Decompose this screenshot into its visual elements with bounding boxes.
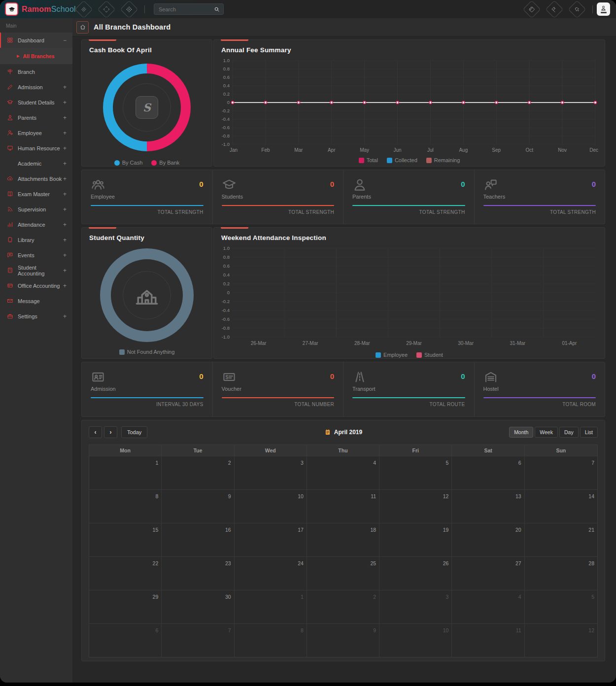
calendar-view-list-button[interactable]: List (580, 427, 598, 438)
sidebar-item-library[interactable]: Library+ (0, 232, 72, 247)
calendar-day-cell[interactable]: 12 (379, 489, 452, 523)
sidebar-item-events[interactable]: Events+ (0, 247, 72, 263)
calendar-day-cell[interactable]: 5 (525, 590, 597, 623)
calendar-day-cell[interactable]: 20 (452, 523, 524, 556)
stat-underline (222, 397, 335, 398)
calendar-day-cell[interactable]: 27 (452, 556, 524, 590)
calendar-day-cell[interactable]: 2 (307, 590, 379, 623)
stat-label: Transport (352, 386, 465, 392)
calendar-day-cell[interactable]: 7 (162, 623, 234, 657)
sidebar-item-label: Student Details (18, 100, 55, 105)
students-icon (222, 177, 237, 192)
expand-indicator: + (63, 161, 67, 167)
calendar-day-cell[interactable]: 1 (235, 590, 307, 623)
search-input[interactable] (158, 6, 214, 13)
calendar-day-cell[interactable]: 6 (89, 623, 162, 657)
sidebar-item-student-accounting[interactable]: Student Accounting+ (0, 263, 72, 278)
calendar-today-button[interactable]: Today (121, 426, 147, 438)
legend-item-not-found-anything[interactable]: Not Found Anything (119, 349, 175, 355)
calendar-date: 10 (443, 627, 449, 633)
sidebar-item-branch[interactable]: Branch (0, 64, 72, 79)
calendar-day-cell[interactable]: 10 (235, 489, 307, 523)
flag-button[interactable] (546, 0, 564, 18)
calendar-day-cell[interactable]: 12 (525, 623, 597, 657)
bell-button[interactable] (568, 0, 586, 18)
legend-item-total[interactable]: Total (359, 157, 378, 163)
sidebar-subitem-all-branches[interactable]: ▶All Branches (0, 48, 72, 64)
sidebar-item-settings[interactable]: Settings+ (0, 309, 72, 324)
legend-item-collected[interactable]: Collected (387, 157, 417, 163)
calendar-day-cell[interactable]: 23 (162, 556, 234, 590)
calendar-body: 1234567891011121314151617181920212223242… (89, 456, 597, 657)
sidebar-item-message[interactable]: Message (0, 293, 72, 309)
calendar-day-cell[interactable]: 7 (525, 456, 597, 489)
calendar-day-cell[interactable]: 14 (525, 489, 597, 523)
legend-item-remaining[interactable]: Remaining (426, 157, 460, 163)
sidebar-item-admission[interactable]: Admission+ (0, 79, 72, 95)
calendar-day-cell[interactable]: 3 (235, 456, 307, 489)
calendar-day-cell[interactable]: 4 (452, 590, 524, 623)
calendar-day-cell[interactable]: 16 (162, 523, 234, 556)
calendar-day-cell[interactable]: 5 (379, 456, 452, 489)
user-avatar[interactable] (597, 2, 610, 16)
legend-item-by-bank[interactable]: By Bank (151, 160, 179, 166)
calendar-day-cell[interactable]: 8 (89, 489, 162, 523)
calendar-view-week-button[interactable]: Week (535, 427, 558, 438)
library-icon (7, 237, 13, 243)
legend-item-student[interactable]: Student (416, 352, 443, 358)
sidebar-item-human-resource[interactable]: Human Resource+ (0, 140, 72, 156)
calendar-day-cell[interactable]: 4 (307, 456, 379, 489)
calendar-day-cell[interactable]: 1 (89, 456, 162, 489)
calendar-view-day-button[interactable]: Day (559, 427, 579, 438)
academic-icon (7, 160, 13, 167)
apps-button[interactable] (120, 0, 138, 18)
sidebar-item-academic[interactable]: Academic+ (0, 156, 72, 171)
calendar-day-cell[interactable]: 10 (379, 623, 452, 657)
calendar-button[interactable] (523, 0, 541, 18)
calendar-day-cell[interactable]: 28 (525, 556, 597, 590)
sidebar-item-dashboard[interactable]: Dashboard− (0, 33, 72, 48)
calendar-day-cell[interactable]: 17 (235, 523, 307, 556)
calendar-day-cell[interactable]: 9 (162, 489, 234, 523)
sidebar-item-supervision[interactable]: Supervision+ (0, 202, 72, 217)
calendar-day-cell[interactable]: 22 (89, 556, 162, 590)
calendar-day-cell[interactable]: 30 (162, 590, 234, 623)
sidebar-item-exam-master[interactable]: Exam Master+ (0, 186, 72, 202)
calendar-day-cell[interactable]: 25 (307, 556, 379, 590)
fullscreen-button[interactable] (98, 0, 116, 18)
legend-item-employee[interactable]: Employee (376, 352, 408, 358)
calendar-day-cell[interactable]: 26 (379, 556, 452, 590)
menu-button[interactable] (75, 0, 93, 18)
calendar-day-cell[interactable]: 11 (307, 489, 379, 523)
sidebar-item-attendance[interactable]: Attendance+ (0, 217, 72, 232)
legend-item-by-cash[interactable]: By Cash (114, 160, 143, 166)
svg-text:1.0: 1.0 (223, 245, 230, 251)
calendar-next-button[interactable]: › (104, 426, 117, 438)
calendar-day-cell[interactable]: 21 (525, 523, 597, 556)
calendar-date: 1 (155, 460, 158, 466)
calendar-prev-button[interactable]: ‹ (89, 426, 102, 438)
sidebar-item-employee[interactable]: Employee+ (0, 125, 72, 140)
sidebar-item-parents[interactable]: Parents+ (0, 110, 72, 125)
search-icon[interactable] (214, 6, 220, 12)
sidebar-item-student-details[interactable]: Student Details+ (0, 95, 72, 110)
cash-book-donut-chart: S (103, 64, 191, 151)
calendar-day-cell[interactable]: 24 (235, 556, 307, 590)
calendar-day-cell[interactable]: 13 (452, 489, 524, 523)
sidebar-item-office-accounting[interactable]: Office Accounting+ (0, 278, 72, 293)
calendar-day-cell[interactable]: 6 (452, 456, 524, 489)
calendar-day-cell[interactable]: 8 (235, 623, 307, 657)
calendar-day-cell[interactable]: 15 (89, 523, 162, 556)
home-button[interactable] (76, 21, 89, 34)
calendar-day-cell[interactable]: 2 (162, 456, 234, 489)
calendar-day-cell[interactable]: 9 (307, 623, 379, 657)
svg-text:-1.0: -1.0 (222, 334, 230, 340)
expand-indicator: + (63, 130, 67, 136)
calendar-day-cell[interactable]: 29 (89, 590, 162, 623)
calendar-view-month-button[interactable]: Month (509, 427, 533, 438)
sidebar-item-attachments-book[interactable]: Attachments Book+ (0, 171, 72, 186)
calendar-day-cell[interactable]: 18 (307, 523, 379, 556)
calendar-day-cell[interactable]: 11 (452, 623, 524, 657)
calendar-day-cell[interactable]: 3 (379, 590, 452, 623)
calendar-day-cell[interactable]: 19 (379, 523, 452, 556)
